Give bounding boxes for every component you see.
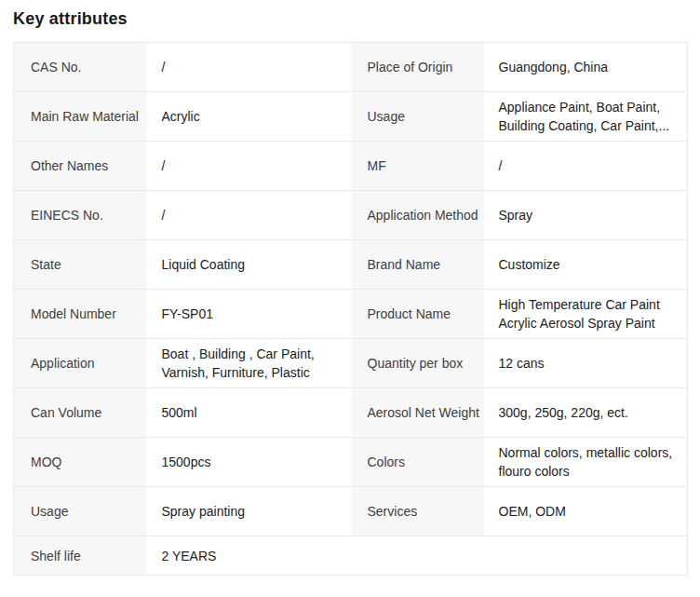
key-attributes-section: Key attributes CAS No. / Place of Origin… (0, 0, 700, 597)
table-row: EINECS No. / Application Method Spray (14, 191, 688, 240)
attr-label-cell: State (14, 240, 147, 290)
attr-value-cell: Liquid Coating (147, 240, 351, 290)
table-row: State Liquid Coating Brand Name Customiz… (14, 240, 688, 290)
table-row: Can Volume 500ml Aerosol Net Weight 300g… (14, 388, 688, 438)
attr-label-cell: CAS No. (14, 43, 147, 92)
attr-value-cell: / (147, 191, 351, 240)
attr-value-cell: 1500pcs (147, 438, 351, 487)
attr-value-cell: 12 cans (484, 339, 688, 388)
section-title: Key attributes (13, 0, 687, 29)
attr-value-cell: FY-SP01 (147, 290, 351, 339)
attr-label-cell: Colors (351, 438, 484, 487)
attr-label-cell: Usage (351, 92, 484, 142)
attr-label-cell: MOQ (14, 438, 147, 487)
attr-label-cell: EINECS No. (14, 191, 147, 240)
attr-label-cell: Main Raw Material (14, 92, 147, 142)
attr-value-cell: 300g, 250g, 220g, ect. (484, 388, 688, 438)
attr-value-cell: Normal colors, metallic colors, flouro c… (484, 438, 688, 487)
attr-label-cell: Aerosol Net Weight (351, 388, 484, 438)
attr-label-cell: MF (351, 142, 484, 191)
table-row: Main Raw Material Acrylic Usage Applianc… (14, 92, 688, 142)
table-row: Other Names / MF / (14, 142, 688, 191)
attr-label-cell: Place of Origin (351, 43, 484, 92)
attr-label-cell: Can Volume (14, 388, 147, 438)
attr-label-cell: Application (14, 339, 147, 388)
table-row: Application Boat , Building , Car Paint,… (14, 339, 688, 388)
table-row: Shelf life 2 YEARS (14, 536, 688, 576)
attr-value-cell: OEM, ODM (484, 487, 688, 536)
attr-label-cell: Other Names (14, 142, 147, 191)
attr-value-cell: / (147, 43, 351, 92)
attr-value-cell: 2 YEARS (147, 536, 351, 576)
attr-value-cell: Spray painting (147, 487, 351, 536)
attr-value-cell: Acrylic (147, 92, 351, 142)
attr-value-cell: / (147, 142, 351, 191)
table-row: MOQ 1500pcs Colors Normal colors, metall… (14, 438, 688, 487)
attr-label-cell: Application Method (351, 191, 484, 240)
attr-label-cell: Shelf life (14, 536, 147, 576)
attr-value-cell: Boat , Building , Car Paint, Varnish, Fu… (147, 339, 351, 388)
empty-cell (351, 536, 688, 576)
attr-label-cell: Services (351, 487, 484, 536)
attr-label-cell: Usage (14, 487, 147, 536)
attr-value-cell: Appliance Paint, Boat Paint, Building Co… (484, 92, 688, 142)
attr-label-cell: Product Name (351, 290, 484, 339)
table-row: CAS No. / Place of Origin Guangdong, Chi… (14, 43, 688, 92)
table-row: Model Number FY-SP01 Product Name High T… (14, 290, 688, 339)
attr-label-cell: Model Number (14, 290, 147, 339)
table-row: Usage Spray painting Services OEM, ODM (14, 487, 688, 536)
attributes-table: CAS No. / Place of Origin Guangdong, Chi… (13, 42, 688, 576)
attr-value-cell: Spray (484, 191, 688, 240)
attr-label-cell: Quantity per box (351, 339, 484, 388)
attr-label-cell: Brand Name (351, 240, 484, 290)
attr-value-cell: Guangdong, China (484, 43, 688, 92)
attr-value-cell: Customize (484, 240, 688, 290)
attr-value-cell: High Temperature Car Paint Acrylic Aeros… (484, 290, 688, 339)
attr-value-cell: / (484, 142, 688, 191)
attr-value-cell: 500ml (147, 388, 351, 438)
